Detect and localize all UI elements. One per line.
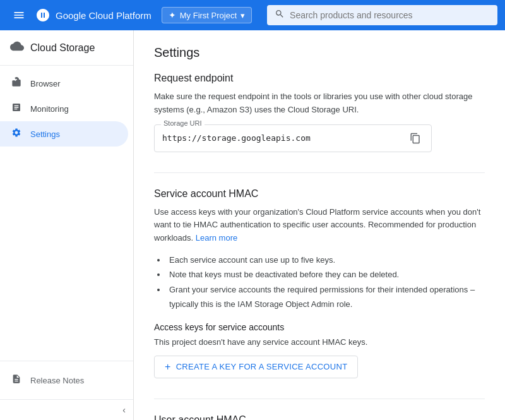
browser-icon xyxy=(10,77,23,90)
plus-icon: + xyxy=(165,361,171,373)
access-keys-subtitle: Access keys for service accounts xyxy=(154,322,485,332)
create-key-button-label: CREATE A KEY FOR A SERVICE ACCOUNT xyxy=(176,362,348,371)
project-selector[interactable]: ✦ My First Project ▾ xyxy=(162,7,252,23)
service-account-hmac-description: Use access keys with your organization's… xyxy=(154,206,485,245)
project-dropdown-icon: ▾ xyxy=(241,11,245,20)
page-title: Settings xyxy=(154,45,485,60)
monitoring-icon xyxy=(10,102,23,115)
sidebar-item-release-notes[interactable]: Release Notes xyxy=(10,369,123,392)
app-layout: Cloud Storage Browser Monitoring xyxy=(0,30,505,420)
main-content: Settings Request endpoint Make sure the … xyxy=(134,30,505,420)
service-account-hmac-title: Service account HMAC xyxy=(154,188,485,200)
cloud-storage-header-icon xyxy=(10,39,24,56)
sidebar-item-browser[interactable]: Browser xyxy=(0,71,128,96)
hamburger-menu-icon[interactable] xyxy=(8,4,30,27)
copy-uri-button[interactable] xyxy=(407,131,424,145)
project-label: My First Project xyxy=(180,11,237,20)
request-endpoint-section: Request endpoint Make sure the request e… xyxy=(154,73,485,152)
sidebar-item-monitoring[interactable]: Monitoring xyxy=(0,96,128,121)
collapse-icon: ‹ xyxy=(122,405,126,415)
storage-uri-box: Storage URI https://storage.googleapis.c… xyxy=(154,124,432,152)
bullet-item-1: Each service account can use up to five … xyxy=(167,253,485,267)
gcp-logo-icon xyxy=(35,8,50,23)
release-notes-label: Release Notes xyxy=(30,376,84,385)
sidebar-header-label: Cloud Storage xyxy=(30,42,95,54)
search-bar[interactable] xyxy=(267,5,497,25)
section-divider-2 xyxy=(154,399,485,399)
bullet-item-3: Grant your service accounts the required… xyxy=(167,282,485,312)
sidebar-item-browser-label: Browser xyxy=(30,79,61,88)
release-notes-icon xyxy=(10,374,23,387)
bullet-item-2: Note that keys must be deactivated befor… xyxy=(167,267,485,282)
sidebar-item-monitoring-label: Monitoring xyxy=(30,104,69,114)
sidebar-footer: Release Notes xyxy=(0,361,133,399)
sidebar-item-settings[interactable]: Settings xyxy=(0,121,128,147)
gcp-logo-text: Google Cloud Platform xyxy=(56,10,152,21)
top-navigation-bar: Google Cloud Platform ✦ My First Project… xyxy=(0,0,505,30)
search-input[interactable] xyxy=(290,10,490,20)
request-endpoint-description: Make sure the request endpoint in the to… xyxy=(154,90,485,117)
settings-icon xyxy=(10,128,23,140)
copy-icon xyxy=(410,133,421,144)
user-account-hmac-section: User account HMAC You can authenticate y… xyxy=(154,414,485,420)
create-key-button[interactable]: + CREATE A KEY FOR A SERVICE ACCOUNT xyxy=(154,356,358,378)
uri-value: https://storage.googleapis.com xyxy=(162,133,311,143)
sidebar-item-settings-label: Settings xyxy=(30,129,60,139)
service-account-bullets: Each service account can use up to five … xyxy=(154,253,485,312)
no-keys-message: This project doesn't have any service ac… xyxy=(154,337,485,347)
sidebar-header: Cloud Storage xyxy=(0,30,133,66)
sidebar: Cloud Storage Browser Monitoring xyxy=(0,30,134,420)
gcp-logo: Google Cloud Platform xyxy=(35,8,152,23)
uri-content: https://storage.googleapis.com xyxy=(162,131,424,145)
sidebar-nav: Browser Monitoring Settings xyxy=(0,66,133,361)
section-divider-1 xyxy=(154,172,485,173)
service-account-hmac-section: Service account HMAC Use access keys wit… xyxy=(154,188,485,378)
search-icon xyxy=(275,9,285,21)
sidebar-collapse-button[interactable]: ‹ xyxy=(0,399,133,420)
request-endpoint-title: Request endpoint xyxy=(154,73,485,84)
project-stars-icon: ✦ xyxy=(169,10,176,20)
uri-label: Storage URI xyxy=(161,119,205,127)
user-account-hmac-title: User account HMAC xyxy=(154,414,485,420)
service-account-learn-more-link[interactable]: Learn more xyxy=(196,233,237,243)
